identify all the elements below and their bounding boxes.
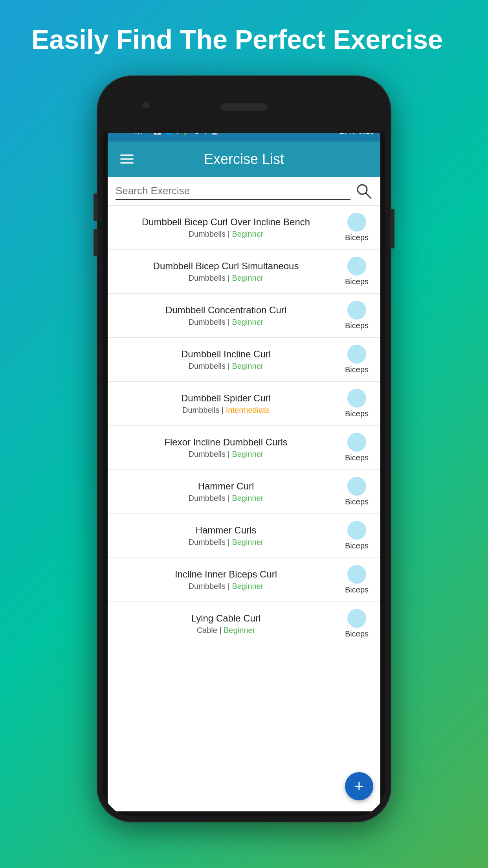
separator: | [220, 626, 224, 634]
exercise-list-item[interactable]: Hammer Curls Dumbbells | Beginner Biceps [108, 514, 380, 558]
phone-screen: ⋯ 31 🖼 □ 📅 🌐 ⁚ ⚡ ⊖ ▽ ▣ 27% 9:13 [108, 121, 380, 811]
exercise-equipment: Dumbbells [189, 362, 226, 370]
exercise-list-item[interactable]: Incline Inner Biceps Curl Dumbbells | Be… [108, 558, 380, 602]
exercise-meta: Dumbbells | Beginner [116, 230, 336, 239]
exercise-difficulty: Intermediate [226, 406, 270, 414]
exercise-name: Hammer Curls [116, 524, 336, 536]
muscle-label: Biceps [345, 409, 369, 418]
exercise-info: Dumbbell Incline Curl Dumbbells | Beginn… [116, 348, 336, 371]
search-bar [108, 177, 380, 206]
phone-inner-shell: ⋯ 31 🖼 □ 📅 🌐 ⁚ ⚡ ⊖ ▽ ▣ 27% 9:13 [103, 82, 385, 816]
exercise-difficulty: Beginner [232, 362, 263, 370]
exercise-meta: Cable | Beginner [116, 626, 336, 635]
exercise-info: Dumbbell Bicep Curl Over Incline Bench D… [116, 216, 336, 239]
separator: | [228, 230, 232, 238]
screen-content: Dumbbell Bicep Curl Over Incline Bench D… [108, 206, 380, 811]
exercise-difficulty: Beginner [232, 274, 263, 282]
power-button[interactable] [391, 209, 394, 248]
search-input[interactable] [116, 182, 350, 200]
exercise-list-item[interactable]: Flexor Incline Dumbbell Curls Dumbbells … [108, 426, 380, 470]
muscle-label: Biceps [345, 497, 369, 506]
exercise-meta: Dumbbells | Beginner [116, 318, 336, 327]
muscle-circle-icon [347, 389, 366, 408]
exercise-name: Hammer Curl [116, 480, 336, 492]
hamburger-line-2 [120, 158, 134, 160]
exercise-list-item[interactable]: Dumbbell Concentration Curl Dumbbells | … [108, 294, 380, 338]
exercise-list-item[interactable]: Dumbbell Bicep Curl Over Incline Bench D… [108, 206, 380, 250]
exercise-equipment: Dumbbells [189, 230, 226, 238]
exercise-info: Lying Cable Curl Cable | Beginner [116, 612, 336, 635]
exercise-difficulty: Beginner [232, 494, 263, 502]
exercise-name: Incline Inner Biceps Curl [116, 568, 336, 580]
exercise-equipment: Dumbbells [189, 538, 226, 546]
search-icon[interactable] [355, 182, 372, 200]
earpiece-speaker [220, 103, 268, 111]
muscle-badge: Biceps [341, 389, 372, 418]
app-header-title: Exercise List [204, 151, 284, 167]
separator: | [228, 362, 232, 370]
volume-down-button[interactable] [94, 229, 97, 256]
muscle-badge: Biceps [341, 301, 372, 330]
exercise-difficulty: Beginner [232, 538, 263, 546]
exercise-list-item[interactable]: Dumbbell Bicep Curl Simultaneous Dumbbel… [108, 250, 380, 294]
muscle-label: Biceps [345, 277, 369, 286]
exercise-list-item[interactable]: Dumbbell Incline Curl Dumbbells | Beginn… [108, 338, 380, 382]
exercise-difficulty: Beginner [232, 450, 263, 458]
muscle-badge: Biceps [341, 433, 372, 462]
exercise-name: Lying Cable Curl [116, 612, 336, 624]
exercise-name: Dumbbell Concentration Curl [116, 304, 336, 316]
phone-device: ⋯ 31 🖼 □ 📅 🌐 ⁚ ⚡ ⊖ ▽ ▣ 27% 9:13 [97, 75, 391, 822]
muscle-label: Biceps [345, 629, 369, 638]
exercise-name: Flexor Incline Dumbbell Curls [116, 436, 336, 448]
muscle-circle-icon [347, 477, 366, 496]
muscle-circle-icon [347, 301, 366, 320]
exercise-equipment: Dumbbells [182, 406, 219, 414]
exercise-info: Dumbbell Bicep Curl Simultaneous Dumbbel… [116, 260, 336, 283]
front-camera [142, 101, 149, 108]
exercise-equipment: Dumbbells [189, 274, 226, 282]
exercise-name: Dumbbell Incline Curl [116, 348, 336, 360]
plus-icon: + [354, 778, 363, 794]
hamburger-line-1 [120, 154, 134, 156]
exercise-difficulty: Beginner [232, 582, 263, 590]
exercise-equipment: Dumbbells [189, 494, 226, 502]
hamburger-menu-button[interactable] [117, 151, 137, 167]
separator: | [228, 318, 232, 326]
phone-outer-shell: ⋯ 31 🖼 □ 📅 🌐 ⁚ ⚡ ⊖ ▽ ▣ 27% 9:13 [97, 75, 391, 822]
exercise-info: Dumbbell Concentration Curl Dumbbells | … [116, 304, 336, 327]
exercise-meta: Dumbbells | Beginner [116, 274, 336, 283]
muscle-label: Biceps [345, 233, 369, 242]
separator: | [228, 538, 232, 546]
muscle-badge: Biceps [341, 521, 372, 550]
exercise-equipment: Cable [197, 626, 217, 634]
muscle-badge: Biceps [341, 477, 372, 506]
exercise-list-item[interactable]: Lying Cable Curl Cable | Beginner Biceps [108, 602, 380, 645]
separator: | [228, 274, 232, 282]
separator: | [222, 406, 226, 414]
separator: | [228, 450, 232, 458]
exercise-meta: Dumbbells | Beginner [116, 538, 336, 547]
exercise-meta: Dumbbells | Beginner [116, 582, 336, 591]
exercise-meta: Dumbbells | Beginner [116, 494, 336, 503]
muscle-label: Biceps [345, 321, 369, 330]
exercise-list-item[interactable]: Hammer Curl Dumbbells | Beginner Biceps [108, 470, 380, 514]
exercise-name: Dumbbell Bicep Curl Simultaneous [116, 260, 336, 272]
exercise-list: Dumbbell Bicep Curl Over Incline Bench D… [108, 206, 380, 811]
exercise-list-item[interactable]: Dumbbell Spider Curl Dumbbells | Interme… [108, 382, 380, 426]
exercise-difficulty: Beginner [232, 318, 263, 326]
exercise-difficulty: Beginner [232, 230, 263, 238]
exercise-name: Dumbbell Spider Curl [116, 392, 336, 404]
exercise-info: Flexor Incline Dumbbell Curls Dumbbells … [116, 436, 336, 459]
muscle-circle-icon [347, 213, 366, 232]
muscle-circle-icon [347, 609, 366, 628]
muscle-badge: Biceps [341, 213, 372, 242]
muscle-badge: Biceps [341, 609, 372, 638]
exercise-equipment: Dumbbells [189, 582, 226, 590]
muscle-label: Biceps [345, 453, 369, 462]
add-exercise-fab[interactable]: + [345, 772, 373, 800]
muscle-label: Biceps [345, 365, 369, 374]
volume-up-button[interactable] [94, 193, 97, 221]
muscle-circle-icon [347, 433, 366, 452]
exercise-info: Dumbbell Spider Curl Dumbbells | Interme… [116, 392, 336, 415]
separator: | [228, 494, 232, 502]
